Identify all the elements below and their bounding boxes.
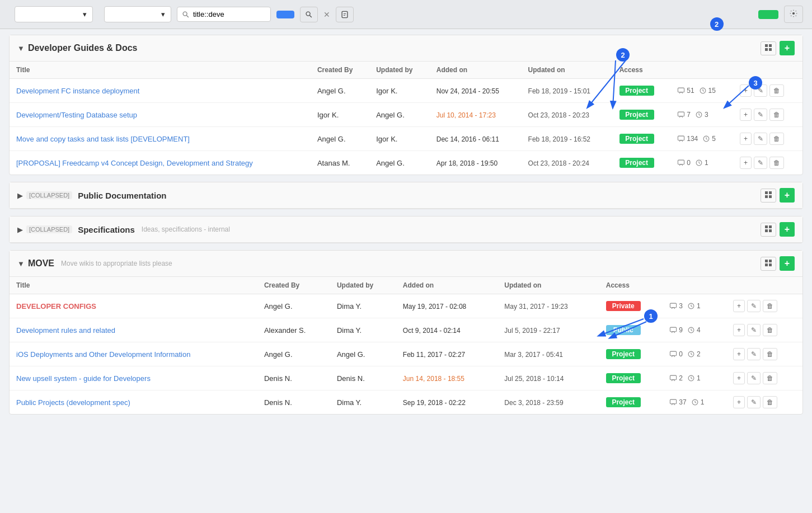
search-icon-button[interactable] (300, 7, 318, 22)
cell-added-on: Apr 18, 2018 - 19:50 (430, 151, 522, 175)
delete-button[interactable]: 🗑 (763, 324, 777, 336)
add-to-list-button[interactable]: + (733, 324, 745, 336)
add-to-list-button[interactable]: + (733, 300, 745, 312)
section-specifications-header: ▶ [COLLAPSED] Specifications Ideas, spec… (10, 217, 802, 243)
updated-by-value: Igor K. (376, 87, 397, 95)
comment-icon (669, 398, 677, 406)
edit-button[interactable]: ✎ (754, 157, 767, 169)
section-toggle-developer-guides[interactable]: ▼ (17, 44, 25, 53)
grid-icon-3 (765, 225, 772, 232)
wiki-title-link[interactable]: Move and copy tasks and task lists [DEVE… (16, 135, 190, 143)
delete-button[interactable]: 🗑 (769, 133, 784, 145)
create-wiki-button[interactable] (758, 10, 778, 19)
cell-access: Project (613, 79, 671, 103)
section-toggle-specs[interactable]: ▶ (17, 225, 23, 234)
add-wiki-button-1[interactable]: + (780, 41, 795, 55)
comment-icon (677, 87, 685, 95)
wiki-title-link[interactable]: Public Projects (development spec) (16, 398, 130, 407)
save-search-button[interactable] (276, 11, 294, 18)
add-to-list-button[interactable]: + (733, 372, 745, 384)
section-title-public-docs: Public Documentation (78, 191, 166, 200)
svg-rect-9 (769, 44, 772, 47)
grid-view-button-public-docs[interactable] (761, 189, 776, 203)
add-to-list-button[interactable]: + (740, 133, 752, 145)
clear-search-button[interactable]: ✕ (323, 10, 330, 19)
cell-created-by: Angel G. (257, 294, 330, 318)
filter-chevron-icon: ▾ (161, 10, 165, 18)
add-to-list-button[interactable]: + (740, 157, 752, 169)
wiki-title-link[interactable]: DEVELOPER CONFIGS (16, 302, 96, 310)
edit-button[interactable]: ✎ (754, 133, 767, 145)
edit-button[interactable]: ✎ (747, 324, 761, 336)
updated-by-value: Igor K. (376, 135, 397, 143)
edit-button[interactable]: ✎ (747, 348, 761, 360)
updated-by-value: Denis N. (337, 374, 365, 383)
sort-dropdown[interactable]: ▾ (15, 6, 93, 22)
col-actions (733, 62, 802, 79)
table-row: Development FC instance deployment Angel… (10, 79, 802, 103)
add-wiki-button-move[interactable]: + (780, 256, 795, 271)
wiki-title-link[interactable]: iOS Deployments and Other Development In… (16, 350, 190, 359)
cell-meta: 0 2 (663, 342, 726, 366)
grid-view-button-specs[interactable] (761, 223, 776, 237)
add-to-list-button[interactable]: + (740, 109, 752, 121)
edit-button[interactable]: ✎ (754, 109, 767, 121)
saved-search-button[interactable] (336, 7, 354, 22)
table-row: [PROPOSAL] Freedcamp v4 Concept Design, … (10, 151, 802, 175)
table-row: Development rules and related Alexander … (10, 318, 802, 342)
cell-updated-on: Oct 23, 2018 - 20:23 (522, 103, 613, 127)
edit-button[interactable]: ✎ (747, 300, 761, 312)
grid-view-button-move[interactable] (761, 257, 776, 271)
wiki-title-link[interactable]: Development FC instance deployment (16, 87, 139, 95)
delete-button[interactable]: 🗑 (763, 396, 777, 408)
edit-button[interactable]: ✎ (747, 372, 761, 384)
edit-button[interactable]: ✎ (747, 396, 761, 408)
move-tbody: DEVELOPER CONFIGS Angel G. Dima Y. May 1… (10, 294, 802, 415)
delete-button[interactable]: 🗑 (763, 372, 777, 384)
cell-access: Project (599, 390, 663, 415)
delete-button[interactable]: 🗑 (763, 348, 777, 360)
bookmark-icon (341, 11, 349, 18)
svg-rect-16 (678, 136, 684, 140)
collapsed-label-public-docs: [COLLAPSED] (26, 191, 72, 199)
search-input[interactable] (193, 10, 266, 18)
updated-by-value: Dima Y. (337, 398, 362, 407)
filter-dropdown[interactable]: ▾ (104, 6, 171, 22)
cell-title: New upsell system - guide for Developers (10, 366, 257, 390)
created-by-value: Angel G. (264, 350, 293, 359)
grid-icon (765, 44, 772, 51)
settings-button[interactable] (784, 6, 803, 23)
updated-on-value: Jul 5, 2019 - 22:17 (504, 327, 560, 335)
wiki-title-link[interactable]: [PROPOSAL] Freedcamp v4 Concept Design, … (16, 159, 253, 167)
comment-icon (669, 302, 677, 310)
annotation-bubble-2: 2 (710, 17, 724, 31)
wiki-title-link[interactable]: Development rules and related (16, 326, 115, 335)
section-toggle-move[interactable]: ▼ (17, 260, 25, 268)
edit-button[interactable]: ✎ (754, 84, 767, 97)
add-to-list-button[interactable]: + (733, 348, 745, 360)
grid-view-button-1[interactable] (761, 41, 776, 55)
cell-title: Move and copy tasks and task lists [DEVE… (10, 127, 311, 151)
wiki-title-link[interactable]: Development/Testing Database setup (16, 111, 137, 119)
add-to-list-button[interactable]: + (740, 84, 752, 97)
cell-updated-on: Oct 23, 2018 - 20:24 (522, 151, 613, 175)
col-access: Access (613, 62, 671, 79)
delete-button[interactable]: 🗑 (769, 84, 784, 97)
comment-count: 37 (669, 398, 686, 406)
add-to-list-button[interactable]: + (733, 396, 745, 408)
section-developer-guides: ▼ Developer Guides & Docs 2 + (9, 35, 803, 175)
updated-by-value: Angel G. (376, 111, 405, 119)
wiki-title-link[interactable]: New upsell system - guide for Developers (16, 374, 151, 383)
delete-button[interactable]: 🗑 (763, 300, 777, 312)
add-wiki-button-specs[interactable]: + (780, 222, 795, 237)
table-row: New upsell system - guide for Developers… (10, 366, 802, 390)
delete-button[interactable]: 🗑 (769, 157, 784, 169)
created-by-value: Denis N. (264, 398, 292, 407)
delete-button[interactable]: 🗑 (769, 109, 784, 121)
added-on-value: May 19, 2017 - 02:08 (403, 303, 466, 310)
cell-created-by: Atanas M. (311, 151, 369, 175)
cell-created-by: Angel G. (257, 342, 330, 366)
cell-access: Project (613, 151, 671, 175)
add-wiki-button-public-docs[interactable]: + (780, 188, 795, 203)
section-toggle-public-docs[interactable]: ▶ (17, 191, 23, 200)
